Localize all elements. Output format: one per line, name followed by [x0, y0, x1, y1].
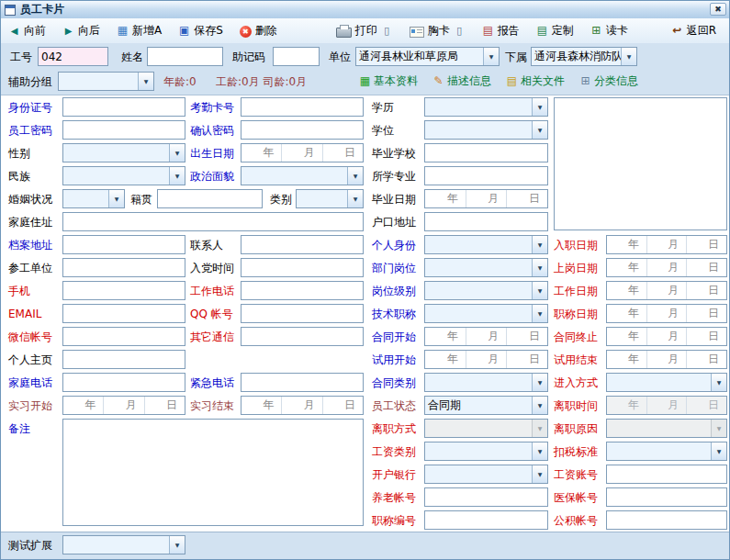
close-icon[interactable] [710, 3, 726, 16]
test_ext-dropdown-icon[interactable] [169, 536, 185, 554]
salary_type-combo[interactable] [424, 442, 548, 461]
emp_status-dropdown-icon[interactable] [532, 397, 547, 414]
aux-group-dropdown-icon[interactable] [138, 73, 153, 90]
subordinate-combo[interactable]: 通河县森林消防队 [531, 47, 637, 66]
category-dropdown-icon[interactable] [347, 190, 363, 207]
bank-dropdown-icon[interactable] [532, 465, 547, 483]
tab-basic_info[interactable]: 基本资料 [359, 73, 418, 89]
work_date-date[interactable]: 年月日 [606, 281, 727, 300]
emergency_phone-input[interactable] [241, 373, 364, 392]
home_phone-input[interactable] [62, 373, 185, 392]
tab-classification[interactable]: 分类信息 [579, 73, 638, 89]
hire_date-date[interactable]: 年月日 [606, 235, 727, 254]
degree-dropdown-icon[interactable] [532, 121, 547, 139]
contract_type-dropdown-icon[interactable] [532, 374, 547, 391]
print-button[interactable]: 打印 [336, 23, 393, 39]
tax_standard-combo[interactable] [606, 442, 727, 461]
degree-combo[interactable] [424, 120, 548, 140]
unit-combo[interactable]: 通河县林业和草原局 [355, 47, 500, 66]
name-input[interactable] [147, 47, 223, 66]
hukou_address-input[interactable] [424, 212, 548, 231]
medical_account-input[interactable] [606, 487, 727, 507]
ethnicity-combo[interactable] [62, 166, 185, 185]
title_date-date[interactable]: 年月日 [606, 304, 727, 323]
bank-combo[interactable] [424, 465, 548, 484]
save-button[interactable]: 保存S [178, 23, 223, 39]
aux-group-combo[interactable] [58, 72, 154, 91]
emp-no-input[interactable] [38, 47, 108, 66]
contract_end-date[interactable]: 年月日 [606, 327, 727, 346]
note-textarea[interactable] [62, 419, 364, 526]
qq_account-input[interactable] [241, 304, 364, 323]
probation_start-date[interactable]: 年月日 [424, 350, 548, 369]
gender-combo[interactable] [62, 143, 185, 162]
entry_method-combo[interactable] [606, 373, 727, 392]
id_card-input[interactable] [62, 97, 185, 117]
mnemonic-input[interactable] [273, 47, 320, 66]
ethnicity-dropdown-icon[interactable] [169, 167, 185, 185]
personal_homepage-input[interactable] [62, 350, 185, 369]
email-input[interactable] [62, 304, 185, 323]
other_comm-input[interactable] [241, 327, 364, 346]
emp_password-input[interactable] [62, 120, 185, 140]
political_status-combo[interactable] [241, 166, 364, 185]
probation_end-date[interactable]: 年月日 [606, 350, 727, 369]
contract_start-date[interactable]: 年月日 [424, 327, 548, 346]
confirm_password-input[interactable] [241, 120, 364, 140]
prev-button[interactable]: 向前 [8, 23, 46, 39]
readcard-button[interactable]: 读卡 [590, 23, 628, 39]
attendance_card-input[interactable] [241, 97, 364, 117]
entry_method-dropdown-icon[interactable] [711, 374, 726, 391]
position_level-dropdown-icon[interactable] [532, 282, 547, 299]
report-button[interactable]: 报告 [482, 23, 520, 39]
archive_address-input[interactable] [62, 235, 185, 254]
new-button[interactable]: 新增A [117, 23, 162, 39]
subordinate-dropdown-icon[interactable] [621, 48, 636, 65]
education-dropdown-icon[interactable] [532, 98, 547, 116]
pension_account-input[interactable] [424, 487, 548, 507]
intern_start-date[interactable]: 年月日 [62, 396, 185, 415]
work_phone-input[interactable] [241, 281, 364, 300]
major-input[interactable] [424, 166, 548, 185]
intern_end-date[interactable]: 年月日 [241, 396, 364, 415]
test_ext-combo[interactable] [62, 535, 185, 554]
unit-dropdown-icon[interactable] [483, 48, 499, 65]
tax_standard-dropdown-icon[interactable] [711, 442, 726, 460]
delete-button[interactable]: 删除 [240, 23, 277, 39]
first_work_unit-input[interactable] [62, 258, 185, 277]
home_address-input[interactable] [62, 212, 364, 231]
dept_position-dropdown-icon[interactable] [532, 259, 547, 276]
education-combo[interactable] [424, 97, 548, 117]
grad_school-input[interactable] [424, 143, 548, 162]
next-button[interactable]: 向后 [62, 23, 100, 39]
birth_date-date[interactable]: 年月日 [241, 143, 364, 162]
category-combo[interactable] [296, 189, 364, 208]
gender-dropdown-icon[interactable] [169, 144, 185, 162]
tab-related_files[interactable]: 相关文件 [506, 73, 565, 89]
fund_account-input[interactable] [606, 510, 727, 530]
mobile-input[interactable] [62, 281, 185, 300]
personal_identity-combo[interactable] [424, 235, 548, 254]
badge-button[interactable]: 胸卡 [410, 23, 466, 39]
political_status-dropdown-icon[interactable] [347, 167, 363, 185]
tech_title-combo[interactable] [424, 304, 548, 323]
title_number-input[interactable] [424, 510, 548, 530]
post_date-date[interactable]: 年月日 [606, 258, 727, 277]
contact_person-input[interactable] [241, 235, 364, 254]
marital-combo[interactable] [62, 189, 125, 208]
party_join_date-input[interactable] [241, 258, 364, 277]
customize-button[interactable]: 定制 [536, 23, 574, 39]
salary_type-dropdown-icon[interactable] [532, 442, 547, 460]
tech_title-dropdown-icon[interactable] [532, 305, 547, 322]
grad_date-date[interactable]: 年月日 [424, 189, 548, 208]
marital-dropdown-icon[interactable] [108, 190, 124, 207]
personal_identity-dropdown-icon[interactable] [532, 236, 547, 253]
wechat_account-input[interactable] [62, 327, 185, 346]
emp_status-combo[interactable]: 合同期 [424, 396, 548, 415]
position_level-combo[interactable] [424, 281, 548, 300]
contract_type-combo[interactable] [424, 373, 548, 392]
salary_account-input[interactable] [606, 465, 727, 484]
return-button[interactable]: 返回R [671, 23, 716, 39]
dept_position-combo[interactable] [424, 258, 548, 277]
native_place-input[interactable] [157, 189, 263, 208]
